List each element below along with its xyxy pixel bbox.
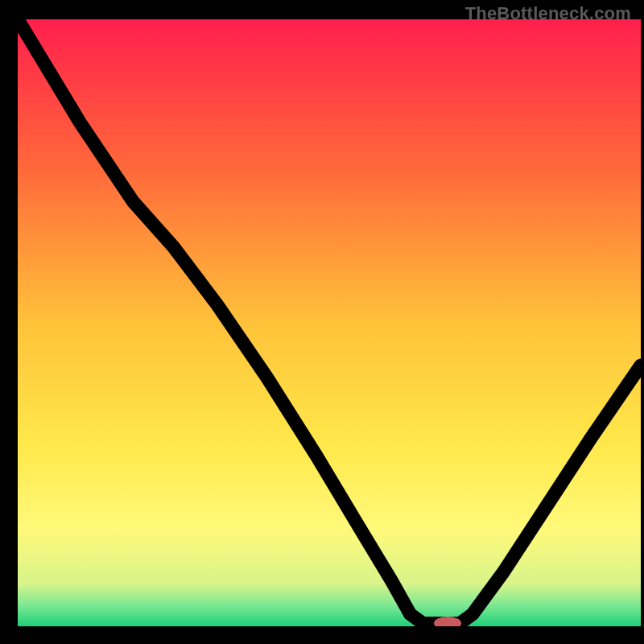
gradient-background <box>18 19 641 626</box>
plot-area <box>18 19 641 626</box>
chart-container: TheBottleneck.com <box>0 0 644 644</box>
plot-svg <box>18 19 641 626</box>
